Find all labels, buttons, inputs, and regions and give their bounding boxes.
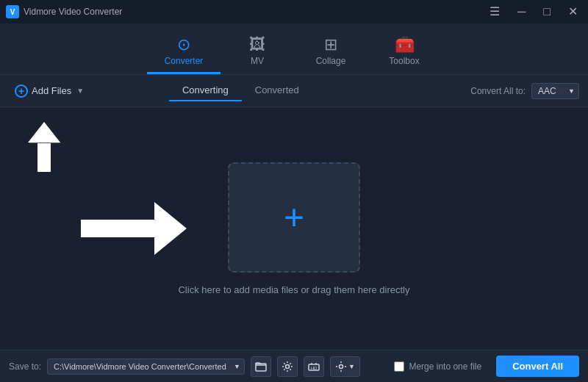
toolbox-icon: 🧰: [395, 37, 415, 53]
tab-collage[interactable]: ⊞ Collage: [294, 30, 368, 74]
arrow-right-head: [154, 202, 187, 255]
svg-point-1: [286, 364, 290, 368]
drop-zone-plus-icon: +: [284, 200, 304, 235]
arrow-up-annotation: [28, 122, 60, 172]
converting-tab[interactable]: Converting: [169, 80, 242, 101]
tab-converter[interactable]: ⊙ Converter: [147, 30, 220, 74]
close-button[interactable]: ✕: [564, 4, 582, 19]
app-title-text: Vidmore Video Converter: [24, 7, 122, 17]
tab-toolbox-label: Toolbox: [389, 56, 419, 66]
svg-text:HD: HD: [311, 366, 318, 370]
bottom-bar: Save to: C:\Vidmore\Vidmore Video Conver…: [0, 350, 588, 382]
arrow-up-head: [28, 122, 60, 143]
collage-icon: ⊞: [324, 37, 337, 53]
convert-all-to-label: Convert All to:: [470, 86, 526, 96]
gear-icon: [335, 361, 347, 372]
title-bar: V Vidmore Video Converter ☰ ─ □ ✕: [0, 0, 588, 24]
tab-converter-label: Converter: [165, 56, 204, 66]
converted-tab[interactable]: Converted: [242, 80, 312, 101]
toolbar: + Add Files ▼ Converting Converted Conve…: [0, 75, 588, 107]
settings-icon-button[interactable]: [277, 356, 298, 377]
mv-icon: 🖼: [249, 37, 265, 53]
maximize-button[interactable]: □: [539, 4, 555, 19]
tab-mv-label: MV: [251, 56, 264, 66]
folder-icon: [255, 361, 267, 372]
nav-tabs: ⊙ Converter 🖼 MV ⊞ Collage 🧰 Toolbox: [0, 24, 588, 75]
more-settings-button[interactable]: ▼: [330, 356, 360, 377]
title-bar-left: V Vidmore Video Converter: [6, 5, 122, 18]
tab-toolbox[interactable]: 🧰 Toolbox: [368, 30, 441, 74]
save-path-wrapper: C:\Vidmore\Vidmore Video Converter\Conve…: [47, 358, 245, 375]
quality-icon: HD: [308, 361, 320, 372]
svg-point-4: [340, 364, 343, 368]
plus-circle-icon: +: [15, 84, 28, 98]
arrow-right-shaft: [81, 220, 154, 237]
format-select-wrapper: AAC MP3 MP4 AVI MKV MOV WMV FLAC: [531, 83, 579, 99]
arrow-up-shaft: [37, 143, 51, 172]
title-bar-controls: ☰ ─ □ ✕: [485, 4, 582, 19]
app-logo: V: [6, 5, 19, 18]
minimize-button[interactable]: ─: [513, 4, 530, 19]
save-to-label: Save to:: [9, 361, 41, 372]
toolbar-tabs: Converting Converted: [169, 80, 312, 101]
main-content: + Click here to add media files or drag …: [0, 107, 588, 350]
tab-collage-label: Collage: [316, 56, 346, 66]
save-path-select[interactable]: C:\Vidmore\Vidmore Video Converter\Conve…: [47, 358, 245, 375]
drop-zone[interactable]: +: [228, 162, 360, 273]
convert-all-to: Convert All to: AAC MP3 MP4 AVI MKV MOV …: [470, 83, 579, 99]
add-files-label: Add Files: [32, 85, 71, 96]
tab-mv[interactable]: 🖼 MV: [220, 30, 294, 74]
folder-icon-button[interactable]: [251, 356, 271, 377]
format-select[interactable]: AAC MP3 MP4 AVI MKV MOV WMV FLAC: [531, 83, 579, 99]
settings-icon: [282, 361, 293, 372]
menu-icon[interactable]: ☰: [485, 4, 504, 19]
dropdown-arrow-icon: ▼: [76, 87, 84, 95]
add-files-button[interactable]: + Add Files ▼: [9, 82, 90, 101]
merge-checkbox-area: Merge into one file: [394, 361, 481, 372]
merge-label[interactable]: Merge into one file: [409, 361, 481, 372]
merge-checkbox[interactable]: [394, 361, 404, 372]
converter-icon: ⊙: [177, 37, 190, 53]
quality-icon-button[interactable]: HD: [304, 356, 324, 377]
dropdown-arrow-icon: ▼: [348, 363, 355, 370]
drop-hint: Click here to add media files or drag th…: [178, 284, 409, 295]
arrow-right-annotation: [81, 202, 187, 255]
convert-all-button[interactable]: Convert All: [496, 356, 579, 377]
